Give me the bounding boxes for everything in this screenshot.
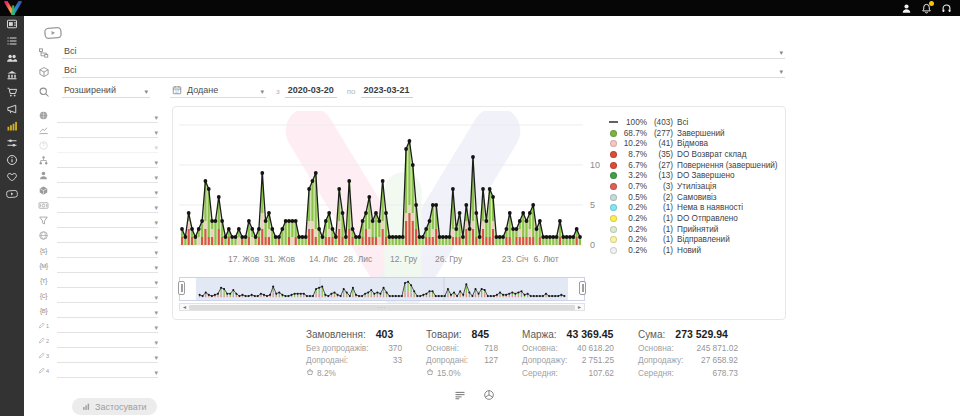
scroll-right-arrow-icon[interactable]: ▸ bbox=[575, 304, 584, 310]
sidebar-item-sales[interactable] bbox=[0, 84, 24, 101]
stat-value: 845 bbox=[472, 328, 490, 340]
filter-select-7[interactable]: ▾ bbox=[57, 200, 158, 213]
support-headset-icon[interactable] bbox=[941, 3, 952, 14]
filter-select-1[interactable]: ▾ bbox=[57, 110, 158, 123]
globe-icon bbox=[38, 230, 49, 241]
legend-item-3[interactable]: 10.2%(41)Відмова bbox=[609, 138, 779, 149]
legend-label: DO Завершено bbox=[677, 171, 735, 180]
sidebar-item-marketing[interactable] bbox=[0, 101, 24, 118]
stat-subvalue: 370 bbox=[388, 343, 402, 353]
legend-count: (3) bbox=[647, 182, 673, 191]
sidebar-item-info[interactable] bbox=[0, 152, 24, 169]
stat-column-2: Товари:845Основні:718Допродані:12715.0% bbox=[426, 328, 498, 378]
scroll-left-arrow-icon[interactable]: ◂ bbox=[180, 304, 189, 310]
legend-item-2[interactable]: 68.7%(277)Завершений bbox=[609, 128, 779, 139]
legend-item-9[interactable]: 0.2%(1)Нема в наявності bbox=[609, 203, 779, 214]
help-video-icon[interactable] bbox=[44, 26, 62, 40]
horizontal-scrollbar[interactable]: ◂ ··· ▸ bbox=[179, 303, 585, 311]
topbar bbox=[0, 0, 960, 16]
legend-item-5[interactable]: 6.7%(27)Повернення (завершений) bbox=[609, 160, 779, 171]
svg-text:31. Жов: 31. Жов bbox=[264, 254, 296, 264]
brush-handle-right[interactable] bbox=[579, 281, 586, 295]
legend-pct: 0.7% bbox=[621, 182, 647, 191]
legend-item-4[interactable]: 8.7%(35)DO Возврат склад bbox=[609, 149, 779, 160]
date-field-select[interactable]: 17 Додане ▾ bbox=[170, 82, 266, 98]
filter-select-10[interactable]: ▾ bbox=[57, 245, 158, 258]
funnel-icon bbox=[38, 215, 49, 226]
brace-icon: {м} bbox=[38, 260, 49, 271]
stat-subrow: Основна:245 871.02 bbox=[638, 343, 738, 353]
svg-text:10: 10 bbox=[590, 160, 600, 170]
sidebar-item-dashboard[interactable] bbox=[0, 16, 24, 33]
filter-select-8[interactable]: ▾ bbox=[57, 215, 158, 228]
search-mode-select[interactable]: Розширений ▾ bbox=[62, 82, 150, 98]
filter-select-12[interactable]: ▾ bbox=[57, 275, 158, 288]
pencil-icon: 2 bbox=[38, 335, 49, 346]
filter-select-16[interactable]: ▾ bbox=[57, 335, 158, 348]
legend-item-12[interactable]: 0.2%(1)Відправлений bbox=[609, 235, 779, 246]
legend-item-11[interactable]: 0.2%(1)Прийнятий bbox=[609, 224, 779, 235]
stat-subvalue: 107.62 bbox=[589, 368, 614, 378]
legend-item-10[interactable]: 0.2%(1)DO Отправлено bbox=[609, 213, 779, 224]
sidebar-item-orders[interactable] bbox=[0, 33, 24, 50]
scrollbar-thumb[interactable]: ··· bbox=[189, 305, 575, 310]
filter-select-14[interactable]: ▾ bbox=[57, 305, 158, 318]
filter-select-4[interactable]: ▾ bbox=[57, 155, 158, 168]
sidebar-item-clients[interactable] bbox=[0, 50, 24, 67]
package-view-icon[interactable] bbox=[483, 387, 495, 399]
filter-select-9[interactable]: ▾ bbox=[57, 230, 158, 243]
filter-row-product: Всі ▾ bbox=[38, 61, 960, 78]
user-icon[interactable] bbox=[901, 3, 912, 14]
filter-select-5[interactable]: ▾ bbox=[57, 170, 158, 183]
sidebar-item-analytics[interactable] bbox=[0, 118, 24, 135]
brush-minimap[interactable]: ◂ ··· ▸ bbox=[179, 277, 585, 311]
legend-item-6[interactable]: 3.2%(13)DO Завершено bbox=[609, 170, 779, 181]
legend-pct: 0.2% bbox=[621, 203, 647, 212]
notifications-bell-icon[interactable] bbox=[921, 3, 932, 14]
date-to-input[interactable]: 2023-03-21 bbox=[361, 82, 413, 98]
legend-pct: 68.7% bbox=[621, 129, 647, 138]
legend-label: Завершений bbox=[677, 129, 725, 138]
stat-head: Замовлення:403 bbox=[306, 328, 402, 340]
sidebar-item-settings[interactable] bbox=[0, 135, 24, 152]
sidebar-item-loyalty[interactable] bbox=[0, 169, 24, 186]
chevron-down-icon: ▾ bbox=[154, 249, 158, 257]
stat-sublabel: Допродані: bbox=[426, 355, 468, 365]
svg-text:0: 0 bbox=[590, 240, 595, 250]
legend-item-13[interactable]: 0.2%(1)Новий bbox=[609, 245, 779, 256]
view-toggle bbox=[454, 387, 960, 399]
product-select[interactable]: Всі ▾ bbox=[62, 62, 785, 78]
filter-select-11[interactable]: ▾ bbox=[57, 260, 158, 273]
filter-select-17[interactable]: ▾ bbox=[57, 350, 158, 363]
sidebar-item-company[interactable] bbox=[0, 67, 24, 84]
legend-item-1[interactable]: 100%(403)Всі bbox=[609, 117, 779, 128]
legend-item-8[interactable]: 0.5%(2)Самовивіз bbox=[609, 192, 779, 203]
orders-daily-chart[interactable]: 051017. Жов31. Жов14. Лис28. Лис12. Гру2… bbox=[179, 113, 603, 269]
filter-select-13[interactable]: ▾ bbox=[57, 290, 158, 303]
filter-select-15[interactable]: ▾ bbox=[57, 320, 158, 333]
stat-subvalue: 27 658.92 bbox=[701, 355, 738, 365]
legend-swatch bbox=[609, 172, 618, 179]
date-from-input[interactable]: 2020-03-20 bbox=[285, 82, 337, 98]
stat-column-3: Маржа:43 369.45Основна:40 618.20Допродаж… bbox=[522, 328, 614, 378]
legend-item-7[interactable]: 0.7%(3)Утилізація bbox=[609, 181, 779, 192]
stat-subvalue: 678.73 bbox=[713, 368, 738, 378]
filter-select-6[interactable]: ▾ bbox=[57, 185, 158, 198]
stat-upsell-pct: 15.0% bbox=[437, 368, 461, 378]
category-select-value: Всі bbox=[64, 46, 77, 56]
minimap-chart[interactable] bbox=[179, 277, 585, 301]
brush-handle-left[interactable] bbox=[178, 281, 185, 295]
sidebar-item-tutorials[interactable] bbox=[0, 186, 24, 203]
list-view-icon[interactable] bbox=[454, 387, 466, 399]
filter-select-2[interactable]: ▾ bbox=[57, 125, 158, 138]
stat-head: Маржа:43 369.45 bbox=[522, 328, 614, 340]
chevron-down-icon: ▾ bbox=[154, 294, 158, 302]
category-select[interactable]: Всі ▾ bbox=[62, 43, 785, 59]
main-chart-area[interactable]: 051017. Жов31. Жов14. Лис28. Лис12. Гру2… bbox=[179, 113, 603, 311]
filter-select-18[interactable]: ▾ bbox=[57, 365, 158, 378]
filter-select-3[interactable]: ▾ bbox=[57, 140, 158, 153]
apply-filters-button[interactable]: Застосувати bbox=[72, 398, 157, 415]
legend-pct: 0.5% bbox=[621, 193, 647, 202]
brand-logo-icon[interactable] bbox=[4, 1, 22, 15]
chevron-down-icon: ▾ bbox=[154, 144, 158, 152]
